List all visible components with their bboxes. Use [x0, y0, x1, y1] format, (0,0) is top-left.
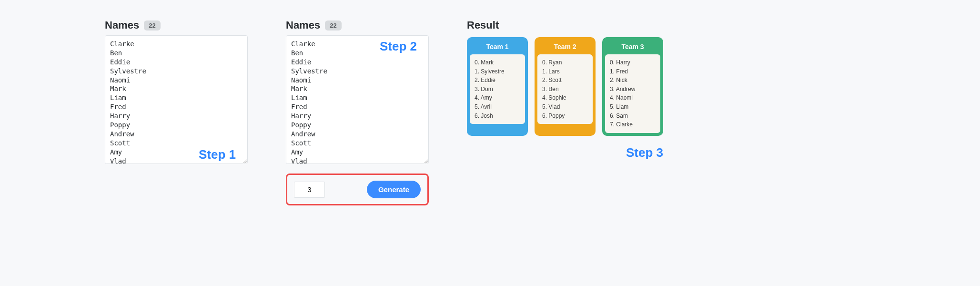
team-member: 2. Scott	[542, 76, 588, 85]
team-member: 0. Ryan	[542, 58, 588, 67]
controls-row: Generate	[286, 174, 429, 205]
team-member: 5. Liam	[610, 102, 656, 112]
team-card: Team 20. Ryan1. Lars2. Scott3. Ben4. Sop…	[535, 37, 596, 136]
panel1-count-badge: 22	[144, 20, 160, 31]
names-textarea-1[interactable]	[105, 35, 248, 164]
team-card: Team 10. Mark1. Sylvestre2. Eddie3. Dom4…	[467, 37, 528, 136]
names-textarea-2[interactable]	[286, 35, 429, 164]
panel2-title: Names	[286, 19, 320, 31]
team-member: 3. Andrew	[610, 85, 656, 94]
panel1-textarea-wrap: Step 1	[105, 35, 248, 166]
team-header: Team 2	[537, 40, 593, 54]
team-member: 0. Mark	[475, 58, 520, 67]
team-count-input[interactable]	[294, 182, 325, 198]
step3-label: Step 3	[467, 145, 663, 160]
team-member: 4. Sophie	[542, 93, 588, 102]
team-body: 0. Ryan1. Lars2. Scott3. Ben4. Sophie5. …	[537, 54, 593, 124]
team-member: 5. Vlad	[542, 102, 588, 112]
team-member: 6. Sam	[610, 112, 656, 121]
panel1-title: Names	[105, 19, 139, 31]
team-body: 0. Mark1. Sylvestre2. Eddie3. Dom4. Amy5…	[470, 54, 525, 124]
team-member: 0. Harry	[610, 58, 656, 67]
step1-panel: Names 22 Step 1	[105, 19, 248, 166]
team-header: Team 3	[605, 40, 660, 54]
team-member: 3. Ben	[542, 85, 588, 94]
team-member: 6. Poppy	[542, 112, 588, 121]
team-member: 1. Fred	[610, 67, 656, 76]
team-member: 7. Clarke	[610, 120, 656, 129]
team-member: 1. Sylvestre	[475, 67, 520, 76]
panel1-header: Names 22	[105, 19, 248, 31]
panel2-count-badge: 22	[325, 20, 341, 31]
team-member: 5. Avril	[475, 102, 520, 112]
panel2-header: Names 22	[286, 19, 429, 31]
team-header: Team 1	[470, 40, 525, 54]
team-member: 4. Naomi	[610, 93, 656, 102]
panel2-textarea-wrap: Step 2	[286, 35, 429, 166]
team-member: 2. Nick	[610, 76, 656, 85]
team-member: 3. Dom	[475, 85, 520, 94]
teams-row: Team 10. Mark1. Sylvestre2. Eddie3. Dom4…	[467, 37, 663, 136]
generate-button[interactable]: Generate	[367, 181, 421, 198]
step2-panel: Names 22 Step 2 Generate	[286, 19, 429, 205]
result-title: Result	[467, 19, 663, 31]
team-member: 4. Amy	[475, 93, 520, 102]
team-card: Team 30. Harry1. Fred2. Nick3. Andrew4. …	[602, 37, 663, 136]
team-member: 6. Josh	[475, 112, 520, 121]
team-member: 1. Lars	[542, 67, 588, 76]
result-panel: Result Team 10. Mark1. Sylvestre2. Eddie…	[467, 19, 663, 160]
team-body: 0. Harry1. Fred2. Nick3. Andrew4. Naomi5…	[605, 54, 660, 133]
team-member: 2. Eddie	[475, 76, 520, 85]
